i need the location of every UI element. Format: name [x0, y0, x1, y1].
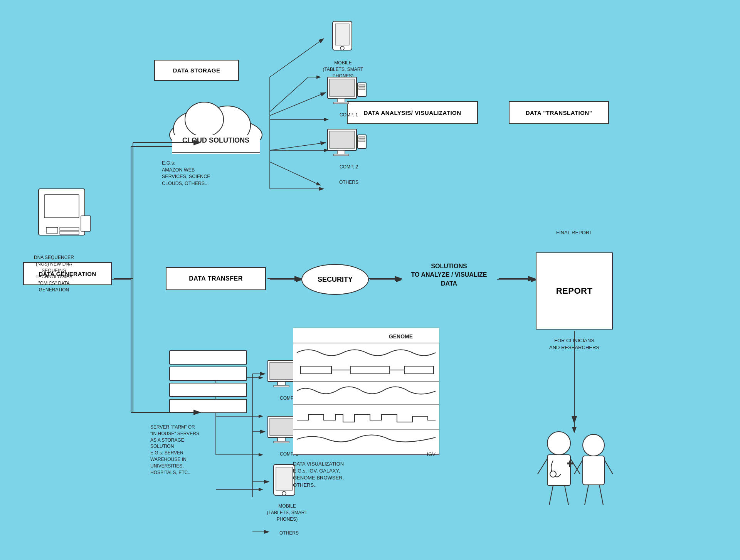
svg-rect-40: [359, 85, 365, 87]
svg-rect-71: [293, 328, 439, 343]
svg-point-69: [282, 491, 286, 495]
igv-visualization-box: GENOME: [293, 328, 439, 455]
svg-rect-37: [337, 98, 345, 102]
svg-rect-49: [170, 351, 247, 364]
svg-line-87: [565, 486, 568, 505]
svg-point-28: [185, 102, 224, 137]
server-label: SERVER "FARM" OR "IN HOUSE" SERVERS AS A…: [150, 424, 251, 476]
igv-label: IGV: [405, 451, 436, 458]
data-viz-label: DATA VISUALIZATION E.G.s; IGV, GALAXY, G…: [293, 461, 409, 489]
svg-rect-51: [170, 383, 247, 397]
data-translation-box: DATA "TRANSLATION": [509, 101, 609, 124]
svg-line-93: [604, 460, 613, 474]
server-farm-icon: [166, 347, 251, 416]
svg-rect-38: [333, 102, 349, 104]
mobile-bottom-label: MOBILE (TABLETS, SMART PHONES): [260, 503, 314, 522]
svg-rect-47: [359, 137, 365, 139]
mobile-top-icon: [327, 19, 358, 58]
svg-rect-68: [276, 467, 293, 490]
security-oval: SECURITY: [301, 264, 369, 295]
svg-rect-75: [351, 366, 389, 374]
svg-rect-36: [330, 79, 355, 96]
svg-rect-56: [274, 385, 289, 387]
dna-sequencer-icon: [31, 185, 92, 251]
report-box: REPORT: [536, 252, 613, 330]
cloud-solutions-shape: CLOUD SOLUTIONS: [162, 92, 270, 154]
svg-line-103: [270, 92, 326, 116]
others-bottom-label: OTHERS: [270, 530, 308, 536]
svg-text:GENOME: GENOME: [389, 333, 413, 340]
clinicians-figure: [524, 424, 624, 536]
cloud-examples-label: E.G.s: AMAZON WEB SERVICES, SCIENCE CLOU…: [162, 160, 251, 187]
svg-rect-24: [81, 216, 91, 231]
svg-rect-73: [301, 366, 331, 374]
svg-rect-21: [46, 227, 58, 233]
svg-rect-45: [333, 154, 349, 156]
svg-rect-82: [547, 455, 570, 486]
svg-rect-44: [337, 150, 345, 154]
svg-rect-61: [270, 418, 295, 436]
others-top-label: OTHERS: [330, 179, 368, 186]
svg-point-90: [583, 434, 604, 456]
comp2-top-icon: [326, 127, 368, 162]
svg-line-8: [270, 162, 320, 185]
svg-line-84: [538, 459, 547, 474]
svg-rect-55: [278, 382, 285, 385]
svg-line-95: [599, 485, 603, 505]
svg-rect-50: [170, 367, 247, 380]
svg-rect-89: [569, 461, 571, 467]
svg-point-83: [550, 471, 556, 477]
comp1-top-icon: [326, 75, 368, 110]
svg-rect-23: [60, 231, 79, 234]
data-transfer-box: DATA TRANSFER: [166, 267, 266, 290]
svg-point-34: [340, 46, 344, 50]
solutions-label: SOLUTIONS TO ANALYZE / VISUALIZE DATA: [401, 262, 497, 288]
svg-point-81: [547, 432, 570, 455]
svg-rect-22: [60, 227, 79, 230]
svg-rect-48: [359, 140, 365, 142]
svg-rect-62: [278, 437, 285, 441]
svg-rect-43: [330, 131, 355, 148]
clinicians-label: FOR CLINICIANS AND RESEARCHERS: [536, 337, 613, 351]
svg-rect-33: [335, 24, 349, 45]
svg-rect-77: [405, 366, 434, 374]
svg-text:CLOUD SOLUTIONS: CLOUD SOLUTIONS: [182, 136, 249, 144]
svg-line-94: [585, 485, 589, 505]
svg-rect-52: [170, 399, 247, 413]
comp2-top-label: COMP. 2: [330, 164, 368, 170]
svg-line-4: [270, 77, 308, 112]
final-report-label: FINAL REPORT: [543, 229, 605, 236]
svg-rect-63: [274, 441, 289, 443]
svg-rect-20: [44, 195, 79, 218]
svg-line-86: [549, 486, 553, 505]
dna-sequencer-label: DNA SEQUENCER (NGS) NEW DNA SEQUEING TEC…: [12, 254, 96, 293]
svg-line-102: [270, 39, 324, 77]
svg-rect-41: [359, 88, 365, 90]
svg-rect-54: [270, 362, 295, 380]
svg-line-104: [270, 143, 326, 150]
comp1-top-label: COMP. 1: [330, 112, 368, 118]
data-storage-box: DATA STORAGE: [154, 60, 239, 81]
svg-rect-91: [583, 456, 604, 485]
